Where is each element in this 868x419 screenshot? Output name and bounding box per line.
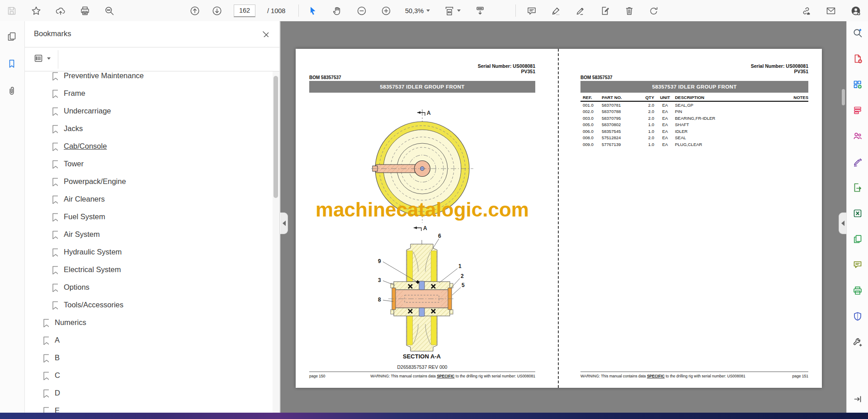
bookmark-item[interactable]: Electrical System [25, 261, 279, 278]
comment-tool-icon[interactable] [852, 259, 863, 270]
fill-and-sign-icon[interactable] [852, 156, 863, 167]
excel-export-icon[interactable] [852, 208, 863, 219]
left-navigation-rail [0, 21, 25, 413]
account-avatar[interactable] [850, 5, 861, 16]
share-link-icon[interactable] [801, 5, 811, 16]
page-break-divider [558, 49, 559, 388]
parts-table: REF. PART NO. QTY UNIT DESCRIPTION NOTES… [580, 94, 808, 148]
organize-pages-icon[interactable] [852, 105, 863, 116]
search-icon[interactable] [104, 5, 114, 16]
redo-icon[interactable] [648, 5, 659, 16]
collapse-bookmarks-handle[interactable] [280, 212, 288, 234]
scroll-mode-icon[interactable] [475, 5, 485, 16]
bookmark-item[interactable]: Options [25, 278, 279, 296]
comment-icon[interactable] [526, 5, 537, 16]
bookmark-item[interactable]: A [25, 331, 279, 349]
page-title-bar: 58357537 IDLER GROUP FRONT [580, 81, 808, 93]
bookmark-item-selected[interactable]: Cab/Console [25, 137, 279, 155]
bookmark-item[interactable]: Undercarriage [25, 102, 279, 120]
sign-icon[interactable] [575, 5, 585, 16]
bom-number: BOM 58357537 [309, 75, 341, 80]
bookmark-item[interactable]: Preventive Maintenance [25, 71, 279, 85]
star-icon[interactable] [31, 5, 41, 16]
bookmarks-list: Preventive Maintenance Frame Undercarria… [25, 71, 279, 413]
fit-width-dropdown[interactable] [444, 5, 461, 16]
combine-files-icon[interactable] [852, 79, 863, 90]
email-icon[interactable] [826, 5, 836, 16]
bookmark-item[interactable]: E [25, 402, 279, 413]
more-tools-icon[interactable] [852, 337, 863, 348]
bookmarks-options-row [25, 47, 279, 71]
zoom-in-icon[interactable] [381, 5, 391, 16]
chevron-left-icon [283, 221, 286, 226]
export-pdf-icon[interactable] [852, 182, 863, 193]
select-tool-icon[interactable] [307, 5, 318, 16]
bookmarks-panel-icon[interactable] [6, 58, 18, 70]
zoom-out-icon[interactable] [356, 5, 367, 16]
search-tools-icon[interactable] [852, 28, 863, 38]
bookmark-item[interactable]: D [25, 384, 279, 402]
request-signatures-icon[interactable] [852, 131, 863, 141]
bookmark-item[interactable]: C [25, 367, 279, 384]
page-thumbnails-icon[interactable] [6, 31, 18, 43]
bookmark-item[interactable]: Air Cleaners [25, 190, 279, 208]
create-pdf-icon[interactable] [852, 53, 863, 64]
page-footer: WARNING: This manual contains data SPECI… [580, 372, 808, 382]
bookmarks-panel: Bookmarks Preventive Maintenance Frame U… [25, 21, 280, 413]
bookmark-item[interactable]: Powerpack/Engine [25, 173, 279, 190]
bookmarks-scrollbar-thumb[interactable] [274, 76, 278, 198]
bookmark-item[interactable]: Jacks [25, 120, 279, 137]
toolbar-view-group: 50,3% [307, 0, 485, 21]
save-icon[interactable] [6, 5, 17, 16]
bookmark-item[interactable]: Fuel System [25, 208, 279, 226]
bookmark-item[interactable]: Frame [25, 85, 279, 102]
table-row: 009.0577671391.0EAPLUG,CLEAR [580, 141, 808, 148]
chevron-down-icon [457, 9, 461, 12]
attachments-icon[interactable] [6, 85, 18, 97]
table-row: 003.0583707952.0EABEARING,FR-IDLER [580, 115, 808, 122]
toolbar-divider [515, 5, 516, 17]
acrobat-window: 162 / 1008 50,3% [0, 0, 868, 419]
parts-table-header: REF. PART NO. QTY UNIT DESCRIPTION NOTES [580, 94, 808, 102]
table-row: 001.0583707812.0EASEAL,GP [580, 102, 808, 108]
edit-document-icon[interactable] [599, 5, 610, 16]
open-tools-panel-icon[interactable] [852, 394, 863, 405]
bookmark-item[interactable]: Numerics [25, 314, 279, 331]
close-icon[interactable] [261, 29, 269, 37]
hand-tool-icon[interactable] [332, 5, 342, 16]
print-production-icon[interactable] [852, 285, 863, 296]
warning-text: WARNING: This manual contains data SPECI… [370, 374, 535, 378]
delete-icon[interactable] [624, 5, 634, 16]
bookmark-item[interactable]: B [25, 349, 279, 367]
bookmarks-panel-title: Bookmarks [34, 29, 71, 38]
options-divider [58, 50, 58, 69]
document-scrollbar-thumb[interactable] [842, 89, 845, 105]
bookmark-item[interactable]: Hydraulic System [25, 243, 279, 261]
highlight-icon[interactable] [551, 5, 561, 16]
svg-text:3: 3 [378, 277, 381, 283]
print-icon[interactable] [80, 5, 90, 16]
bom-number: BOM 58357537 [580, 75, 613, 80]
copy-pages-icon[interactable] [852, 234, 863, 245]
page-150: Serial Number: US008081PV351 BOM 5835753… [309, 49, 535, 388]
bookmarks-options-button[interactable] [33, 53, 51, 64]
toolbar-annotate-group [526, 0, 659, 21]
expand-tools-handle[interactable] [839, 212, 846, 234]
serial-number: Serial Number: US008081PV351 [751, 63, 808, 74]
zoom-level-dropdown[interactable]: 50,3% [405, 7, 430, 14]
protect-icon[interactable] [852, 311, 863, 322]
svg-text:1: 1 [458, 263, 462, 269]
bookmark-item[interactable]: Tools/Accessories [25, 296, 279, 314]
page-footer: page 150 WARNING: This manual contains d… [309, 372, 535, 382]
bookmark-item[interactable]: Air System [25, 226, 279, 243]
right-tools-rail [846, 21, 868, 413]
bookmark-item[interactable]: Tower [25, 155, 279, 173]
next-page-icon[interactable] [212, 5, 222, 16]
share-icon[interactable] [55, 5, 66, 16]
revision-label: D2658357537 REV 000 [309, 364, 535, 370]
page-total-label: / 1008 [267, 7, 285, 14]
previous-page-icon[interactable] [189, 5, 200, 16]
page-number-input[interactable]: 162 [234, 5, 255, 17]
toolbar-nav-group: 162 / 1008 [189, 0, 285, 21]
page-151: Serial Number: US008081PV351 BOM 5835753… [580, 49, 808, 388]
